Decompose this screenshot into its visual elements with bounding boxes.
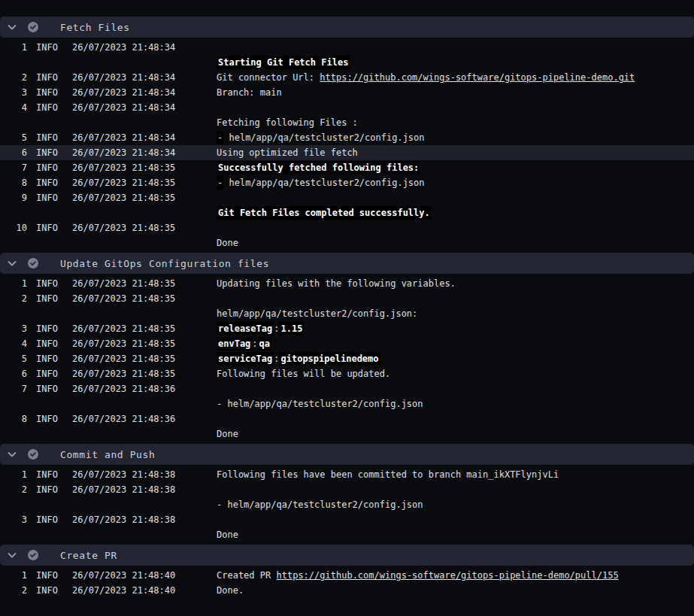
- log-text: envTag: [217, 337, 252, 350]
- log-section: Commit and Push 1 INFO 26/07/2023 21:48:…: [0, 444, 694, 545]
- line-number: 6: [0, 369, 27, 379]
- log-link[interactable]: https://github.com/wings-software/gitops…: [276, 570, 618, 581]
- log-timestamp: 26/07/2023 21:48:35: [72, 293, 208, 304]
- log-timestamp: 26/07/2023 21:48:34: [72, 132, 208, 143]
- log-timestamp: 26/07/2023 21:48:34: [72, 72, 208, 83]
- log-link[interactable]: https://github.com/wings-software/gitops…: [320, 72, 635, 83]
- log-line[interactable]: 6 INFO 26/07/2023 21:48:35 Following fil…: [0, 366, 694, 381]
- log-text: Created PR: [217, 570, 276, 581]
- log-line[interactable]: 1 INFO 26/07/2023 21:48:35 Updating file…: [0, 276, 694, 291]
- log-line[interactable]: 8 INFO 26/07/2023 21:48:36: [0, 411, 694, 426]
- log-message: - helm/app/qa/testcluster2/config.json: [217, 178, 694, 188]
- line-number: 5: [0, 354, 27, 364]
- log-line[interactable]: Starting Git Fetch Files: [0, 55, 694, 70]
- log-timestamp: 26/07/2023 21:48:35: [72, 338, 208, 349]
- line-number: 7: [0, 162, 27, 173]
- line-number: 1: [0, 570, 27, 581]
- check-circle-icon: [27, 257, 39, 269]
- log-line[interactable]: 1 INFO 26/07/2023 21:48:40 Created PR ht…: [0, 568, 694, 583]
- log-text: Git connector Url:: [217, 72, 320, 83]
- log-level: INFO: [36, 178, 63, 188]
- log-line[interactable]: 6 INFO 26/07/2023 21:48:34 Using optimiz…: [0, 145, 694, 160]
- log-section-header[interactable]: Create PR: [0, 545, 694, 566]
- log-line[interactable]: - helm/app/qa/testcluster2/config.json: [0, 396, 694, 411]
- log-section: Update GitOps Configuration files 1 INFO…: [0, 253, 694, 444]
- log-level: INFO: [36, 87, 63, 98]
- log-section-body: 1 INFO 26/07/2023 21:48:35 Updating file…: [0, 274, 694, 444]
- log-line[interactable]: 10 INFO 26/07/2023 21:48:35: [0, 220, 694, 235]
- log-line[interactable]: 8 INFO 26/07/2023 21:48:35 - helm/app/qa…: [0, 175, 694, 190]
- log-timestamp: 26/07/2023 21:48:35: [72, 278, 208, 289]
- check-circle-icon: [27, 549, 39, 561]
- log-timestamp: 26/07/2023 21:48:35: [72, 354, 208, 364]
- log-line[interactable]: helm/app/qa/testcluster2/config.json:: [0, 306, 694, 321]
- log-text: releaseTag: [217, 322, 274, 335]
- log-timestamp: 26/07/2023 21:48:40: [72, 585, 208, 596]
- log-text: Starting Git Fetch Files: [217, 56, 350, 69]
- check-circle-icon: [27, 448, 39, 460]
- log-section-title: Fetch Files: [60, 22, 130, 33]
- log-line[interactable]: Done: [0, 527, 694, 542]
- log-text: serviceTag: [217, 352, 274, 366]
- log-line[interactable]: Fetching following Files :: [0, 115, 694, 130]
- log-text: Successfully fetched following files:: [217, 161, 420, 174]
- log-message: Git Fetch Files completed successfully.: [217, 208, 694, 218]
- log-section-header[interactable]: Commit and Push: [0, 444, 694, 465]
- chevron-down-icon[interactable]: [6, 21, 18, 33]
- chevron-down-icon[interactable]: [6, 549, 18, 561]
- log-line[interactable]: 2 INFO 26/07/2023 21:48:40 Done.: [0, 583, 694, 598]
- log-line[interactable]: 2 INFO 26/07/2023 21:48:34 Git connector…: [0, 70, 694, 85]
- log-timestamp: 26/07/2023 21:48:40: [72, 570, 208, 581]
- line-number: 1: [0, 278, 27, 289]
- pipeline-log-console: Fetch Files 1 INFO 26/07/2023 21:48:34 S…: [0, 0, 694, 616]
- log-text: Updating files with the following variab…: [217, 278, 456, 289]
- log-text: Done.: [217, 585, 244, 596]
- log-line[interactable]: 2 INFO 26/07/2023 21:48:35: [0, 291, 694, 306]
- line-number: 2: [0, 293, 27, 304]
- log-timestamp: 26/07/2023 21:48:34: [72, 102, 208, 113]
- log-line[interactable]: 3 INFO 26/07/2023 21:48:38: [0, 512, 694, 527]
- line-number: 8: [0, 178, 27, 188]
- chevron-down-icon[interactable]: [6, 448, 18, 460]
- log-line[interactable]: 4 INFO 26/07/2023 21:48:34: [0, 100, 694, 115]
- log-line[interactable]: Done: [0, 235, 694, 250]
- log-message: Successfully fetched following files:: [217, 162, 694, 173]
- log-level: INFO: [36, 42, 63, 53]
- log-line[interactable]: 7 INFO 26/07/2023 21:48:35 Successfully …: [0, 160, 694, 175]
- log-section-header[interactable]: Fetch Files: [0, 17, 694, 38]
- log-text: Branch: main: [217, 87, 282, 98]
- log-line[interactable]: 5 INFO 26/07/2023 21:48:34 - helm/app/qa…: [0, 130, 694, 145]
- log-section-header[interactable]: Update GitOps Configuration files: [0, 253, 694, 274]
- log-message: Done.: [217, 585, 694, 596]
- log-level: INFO: [36, 414, 63, 424]
- log-timestamp: 26/07/2023 21:48:38: [72, 514, 208, 525]
- log-line[interactable]: Git Fetch Files completed successfully.: [0, 205, 694, 220]
- chevron-down-icon[interactable]: [6, 257, 18, 269]
- log-section-title: Create PR: [60, 550, 117, 561]
- log-section-body: 1 INFO 26/07/2023 21:48:40 Created PR ht…: [0, 566, 694, 600]
- log-text: Following files have been committed to b…: [217, 469, 559, 480]
- log-text: gitopspipelinedemo: [279, 352, 380, 366]
- log-level: INFO: [36, 132, 63, 143]
- log-line[interactable]: 4 INFO 26/07/2023 21:48:35 envTag:qa: [0, 336, 694, 351]
- line-number: 3: [0, 87, 27, 98]
- log-line[interactable]: 5 INFO 26/07/2023 21:48:35 serviceTag:gi…: [0, 351, 694, 366]
- log-line[interactable]: 3 INFO 26/07/2023 21:48:35 releaseTag:1.…: [0, 321, 694, 336]
- log-text: Git Fetch Files completed successfully.: [217, 206, 432, 220]
- log-message: helm/app/qa/testcluster2/config.json:: [217, 308, 694, 319]
- log-line[interactable]: 7 INFO 26/07/2023 21:48:36: [0, 381, 694, 396]
- log-line[interactable]: - helm/app/qa/testcluster2/config.json: [0, 497, 694, 512]
- log-message: - helm/app/qa/testcluster2/config.json: [217, 399, 694, 409]
- log-line[interactable]: 1 INFO 26/07/2023 21:48:34: [0, 40, 694, 55]
- log-message: Branch: main: [217, 87, 694, 98]
- log-line[interactable]: Done: [0, 426, 694, 442]
- log-message: - helm/app/qa/testcluster2/config.json: [217, 132, 694, 143]
- log-level: INFO: [36, 469, 63, 480]
- log-level: INFO: [36, 72, 63, 83]
- log-line[interactable]: 3 INFO 26/07/2023 21:48:34 Branch: main: [0, 85, 694, 100]
- log-message: Updating files with the following variab…: [217, 278, 694, 289]
- log-text: Fetching following Files :: [217, 117, 358, 128]
- log-line[interactable]: 9 INFO 26/07/2023 21:48:35: [0, 190, 694, 205]
- log-line[interactable]: 1 INFO 26/07/2023 21:48:38 Following fil…: [0, 467, 694, 482]
- log-line[interactable]: 2 INFO 26/07/2023 21:48:38: [0, 482, 694, 497]
